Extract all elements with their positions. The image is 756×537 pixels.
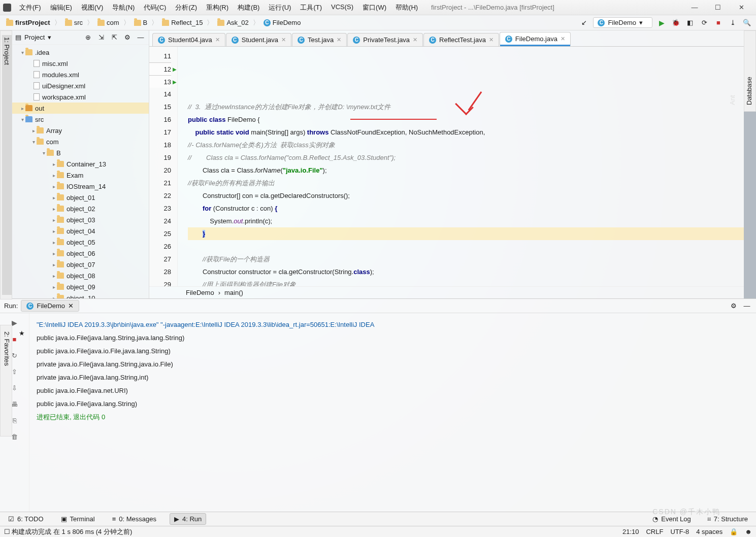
run-tool-window: Run: FileDemo✕ ⚙ — ▶ ■ ↻ ⇧ ⇩ 🖶 ⎘ 🗑 "E:\I… — [0, 298, 756, 512]
tab-privatetest[interactable]: PrivateTest.java✕ — [347, 33, 423, 46]
line-gutter[interactable]: 11121314151617181920212223242526272829 — [149, 47, 178, 286]
settings-gear-icon[interactable]: ⚙ — [122, 32, 133, 43]
tab-test[interactable]: Test.java✕ — [292, 33, 347, 46]
profile-button[interactable]: ⟳ — [699, 18, 709, 28]
close-icon[interactable]: ✕ — [215, 37, 220, 43]
crumb-reflect15[interactable]: Reflect_15 — [160, 18, 205, 27]
tool-project-tab[interactable]: 1: Project — [2, 35, 12, 295]
minimize-button[interactable]: — — [683, 1, 706, 15]
left-tool-strip-2: 2: Favorites ★ — [0, 325, 12, 437]
bookmark-icon[interactable]: ★ — [18, 329, 25, 432]
code-body[interactable]: // 3. 通过newInstance的方法创建File对象，并创建D: \my… — [178, 47, 744, 286]
menu-run[interactable]: 运行(U) — [266, 2, 294, 13]
project-panel: ▤ Project ▾ ⊕ ⇲ ⇱ ⚙ — ▾.idea misc.xml mo… — [12, 30, 149, 298]
crumb-project[interactable]: firstProject — [4, 18, 52, 27]
tab-student04[interactable]: Student04.java✕ — [152, 33, 225, 46]
close-icon[interactable]: ✕ — [68, 302, 74, 310]
menu-edit[interactable]: 编辑(E) — [47, 2, 75, 13]
status-icon[interactable]: ☐ — [4, 528, 10, 535]
file-encoding[interactable]: UTF-8 — [670, 528, 689, 535]
crumb-com[interactable]: com — [95, 18, 121, 27]
run-tab[interactable]: FileDemo✕ — [21, 300, 79, 312]
status-bar: ☐ 构建成功完成 在 1 s 806 ms (4 分钟之前) 21:10 CRL… — [0, 526, 756, 537]
menu-vcs[interactable]: VCS(S) — [328, 2, 356, 13]
editor-tabs: Student04.java✕ Student.java✕ Test.java✕… — [149, 30, 744, 47]
run-config-select[interactable]: FileDemo ▾ — [593, 17, 652, 28]
menu-refactor[interactable]: 重构(R) — [203, 2, 232, 13]
close-button[interactable]: ✕ — [730, 1, 753, 15]
left-tool-strip: 1: Project — [0, 30, 12, 299]
folder-icon — [97, 20, 105, 26]
navigation-bar: firstProject〉 src〉 com〉 B〉 Reflect_15〉 A… — [0, 15, 756, 30]
coverage-button[interactable]: ◧ — [685, 18, 695, 28]
crumb-b[interactable]: B — [132, 18, 150, 27]
tab-student[interactable]: Student.java✕ — [226, 33, 291, 46]
todo-tab[interactable]: ☑ 6: TODO — [4, 514, 48, 524]
terminal-tab[interactable]: ▣ Terminal — [57, 514, 99, 524]
editor-area: Student04.java✕ Student.java✕ Test.java✕… — [149, 30, 744, 298]
menu-build[interactable]: 构建(B) — [235, 2, 262, 13]
bottom-tool-bar: ☑ 6: TODO ▣ Terminal ≡ 0: Messages ▶ 4: … — [0, 512, 756, 526]
tab-filedemo[interactable]: FileDemo.java✕ — [500, 32, 571, 46]
right-tool-strip: Database Ant — [744, 30, 756, 112]
class-icon — [264, 19, 271, 26]
project-panel-title: Project — [24, 33, 45, 41]
run-title: Run: — [4, 302, 18, 310]
update-button[interactable]: ⤓ — [728, 18, 738, 28]
title-bar: 文件(F) 编辑(E) 视图(V) 导航(N) 代码(C) 分析(Z) 重构(R… — [0, 0, 756, 15]
tool-favorites-tab[interactable]: 2: Favorites — [2, 329, 12, 432]
code-editor[interactable]: 11121314151617181920212223242526272829 /… — [149, 47, 744, 286]
maximize-button[interactable]: ☐ — [706, 1, 730, 15]
menu-view[interactable]: 视图(V) — [78, 2, 106, 13]
hide-panel-button[interactable]: — — [136, 32, 146, 43]
folder-icon — [217, 20, 224, 26]
readonly-lock-icon[interactable]: 🔒 — [730, 528, 738, 535]
tab-reflecttest[interactable]: ReflectTest.java✕ — [423, 33, 499, 46]
folder-icon — [6, 20, 13, 26]
run-tab-bottom[interactable]: ▶ 4: Run — [170, 513, 206, 525]
folder-icon — [134, 20, 141, 26]
inspection-icon[interactable]: ☻ — [745, 528, 752, 535]
menu-file[interactable]: 文件(F) — [16, 2, 44, 13]
folder-icon — [65, 20, 72, 26]
folder-icon — [162, 20, 169, 26]
class-icon — [598, 19, 605, 26]
main-menu: 文件(F) 编辑(E) 视图(V) 导航(N) 代码(C) 分析(Z) 重构(R… — [16, 2, 421, 13]
crumb-src[interactable]: src — [63, 18, 85, 27]
run-button[interactable]: ▶ — [656, 18, 667, 28]
menu-tools[interactable]: 工具(T) — [297, 2, 325, 13]
expand-all-button[interactable]: ⇲ — [96, 32, 106, 43]
line-separator[interactable]: CRLF — [646, 528, 663, 535]
debug-button[interactable]: 🐞 — [671, 18, 681, 28]
menu-navigate[interactable]: 导航(N) — [109, 2, 138, 13]
menu-window[interactable]: 窗口(W) — [359, 2, 389, 13]
menu-analyze[interactable]: 分析(Z) — [172, 2, 200, 13]
breadcrumb: firstProject〉 src〉 com〉 B〉 Reflect_15〉 A… — [4, 18, 303, 27]
status-message: 构建成功完成 在 1 s 806 ms (4 分钟之前) — [12, 527, 132, 536]
crumb-file[interactable]: FileDemo — [261, 18, 303, 27]
run-hide-button[interactable]: — — [742, 301, 752, 311]
crumb-ask02[interactable]: Ask_02 — [215, 18, 250, 27]
stop-button[interactable]: ■ — [713, 18, 724, 28]
collapse-all-button[interactable]: ⇱ — [109, 32, 119, 43]
run-output[interactable]: "E:\IntelliJ IDEA 2019.3.3\jbr\bin\java.… — [29, 313, 756, 512]
build-button[interactable]: ↙ — [579, 18, 589, 28]
project-tree[interactable]: ▾.idea misc.xml modules.xml uiDesigner.x… — [12, 45, 149, 298]
menu-help[interactable]: 帮助(H) — [392, 2, 421, 13]
indent-setting[interactable]: 4 spaces — [696, 528, 722, 535]
run-settings-icon[interactable]: ⚙ — [729, 301, 739, 311]
window-title: firstProject - ...\FileDemo.java [firstP… — [421, 4, 683, 11]
project-panel-icon: ▤ — [15, 33, 21, 41]
search-everywhere-button[interactable]: 🔍 — [742, 18, 752, 28]
caret-position[interactable]: 21:10 — [622, 528, 639, 535]
messages-tab[interactable]: ≡ 0: Messages — [108, 514, 160, 524]
select-opened-file-button[interactable]: ⊕ — [83, 32, 93, 43]
tool-database-tab[interactable]: Database — [744, 35, 754, 107]
editor-breadcrumb[interactable]: FileDemo›main() — [149, 286, 744, 298]
watermark: CSDN @千木小鸭 — [652, 508, 720, 517]
menu-code[interactable]: 代码(C) — [141, 2, 169, 13]
app-logo-icon — [3, 4, 11, 12]
